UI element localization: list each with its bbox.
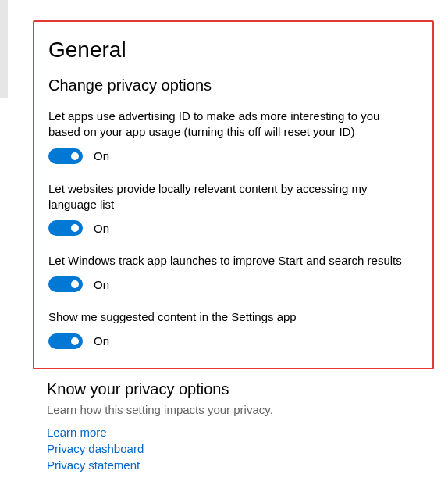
- privacy-statement-link[interactable]: Privacy statement: [47, 457, 140, 473]
- setting-desc: Show me suggested content in the Setting…: [48, 309, 407, 325]
- setting-app-launches: Let Windows track app launches to improv…: [48, 253, 418, 292]
- left-rail: [0, 0, 8, 98]
- toggle-row: On: [48, 220, 418, 236]
- toggle-knob: [71, 280, 79, 288]
- setting-desc: Let apps use advertising ID to make ads …: [48, 109, 407, 141]
- toggle-row: On: [48, 148, 418, 164]
- toggle-knob: [71, 337, 79, 345]
- toggle-state-label: On: [94, 278, 109, 291]
- setting-desc: Let websites provide locally relevant co…: [48, 181, 407, 213]
- learn-more-link[interactable]: Learn more: [47, 424, 107, 440]
- toggle-state-label: On: [94, 149, 109, 162]
- toggle-app-launches[interactable]: [48, 276, 83, 292]
- highlight-box: General Change privacy options Let apps …: [33, 20, 434, 369]
- toggle-knob: [71, 152, 79, 160]
- toggle-knob: [71, 224, 79, 232]
- setting-desc: Let Windows track app launches to improv…: [48, 253, 407, 269]
- know-privacy-desc: Learn how this setting impacts your priv…: [47, 403, 434, 416]
- setting-language-list: Let websites provide locally relevant co…: [48, 181, 418, 237]
- toggle-state-label: On: [94, 334, 109, 348]
- page-title: General: [48, 37, 418, 62]
- toggle-suggested-content[interactable]: [48, 333, 83, 349]
- toggle-row: On: [48, 276, 418, 292]
- setting-suggested-content: Show me suggested content in the Setting…: [48, 309, 418, 348]
- content-area: General Change privacy options Let apps …: [0, 20, 448, 473]
- toggle-advertising-id[interactable]: [48, 148, 83, 164]
- toggle-language-list[interactable]: [48, 220, 83, 236]
- know-privacy-title: Know your privacy options: [47, 380, 434, 398]
- toggle-row: On: [48, 333, 418, 349]
- know-privacy-section: Know your privacy options Learn how this…: [47, 380, 434, 473]
- privacy-dashboard-link[interactable]: Privacy dashboard: [47, 440, 144, 457]
- section-title: Change privacy options: [48, 77, 418, 94]
- toggle-state-label: On: [94, 222, 109, 235]
- setting-advertising-id: Let apps use advertising ID to make ads …: [48, 109, 418, 164]
